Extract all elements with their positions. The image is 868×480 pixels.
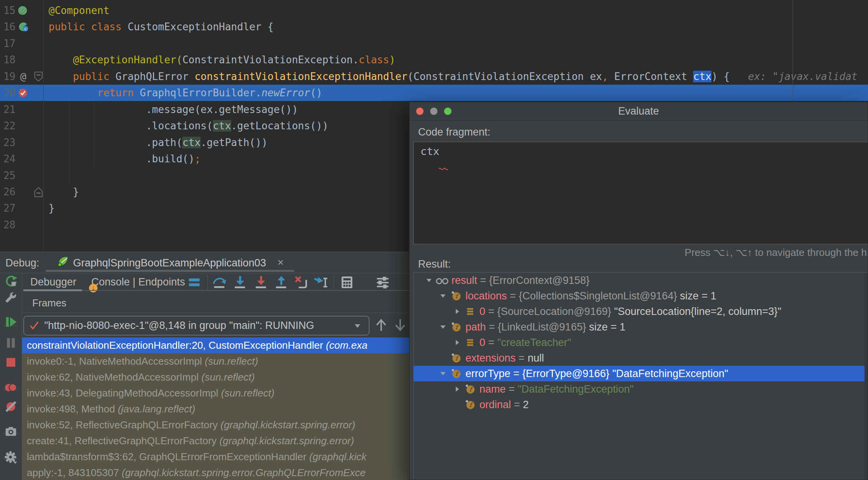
code-text: @Component xyxy=(49,2,110,19)
line-number: 25 xyxy=(0,167,16,184)
debugger-settings-icon[interactable] xyxy=(4,450,18,464)
svg-text:c: c xyxy=(24,26,27,31)
code-text: return GraphqlErrorBuilder.newError() xyxy=(49,85,322,101)
variable-row-path[interactable]: fpath = {LinkedList@9165} size = 1 xyxy=(414,319,865,335)
line-number: 24 xyxy=(0,151,16,167)
error-squiggle xyxy=(439,161,448,163)
code-line-17: 17 xyxy=(0,35,868,52)
chevron-right-icon[interactable] xyxy=(453,308,461,315)
variable-row-locations[interactable]: flocations = {Collections$SingletonList@… xyxy=(414,288,865,304)
step-over-icon[interactable] xyxy=(212,275,227,290)
trace-settings-icon[interactable] xyxy=(375,275,390,290)
chevron-down-icon[interactable] xyxy=(425,277,433,284)
field-icon: f xyxy=(465,399,476,410)
run-to-cursor-icon[interactable] xyxy=(313,275,329,290)
code-line-15: 15@Component xyxy=(0,2,868,19)
stack-frame-row[interactable]: invoke0:-1, NativeMethodAccessorImpl (su… xyxy=(22,353,409,369)
code-text: .locations(ctx.getLocations()) xyxy=(49,118,328,134)
line-number: 23 xyxy=(0,134,16,151)
code-text: @ExceptionHandler(ConstraintViolationExc… xyxy=(49,52,395,68)
variable-row-0[interactable]: 0 = {SourceLocation@9169} "SourceLocatio… xyxy=(414,304,865,319)
resume-program-icon[interactable] xyxy=(4,315,18,329)
thread-selector-value: "http-nio-8080-exec-1"@8,148 in group "m… xyxy=(44,320,314,332)
stack-frame-row[interactable]: invoke:498, Method (java.lang.reflect) xyxy=(22,401,409,417)
code-text: } xyxy=(49,184,79,200)
thread-running-check-icon xyxy=(29,320,40,331)
line-number: 20 xyxy=(0,85,16,101)
selected-tab-underline xyxy=(23,289,82,291)
spring-bean-gutter-icon[interactable] xyxy=(17,5,29,16)
spring-boot-run-icon xyxy=(57,255,69,268)
thread-selector[interactable]: "http-nio-8080-exec-1"@8,148 in group "m… xyxy=(23,316,370,336)
stack-frames-list: constraintViolationExceptionHandler:20, … xyxy=(22,337,409,480)
frames-panel-label: Frames xyxy=(32,297,66,309)
evaluate-expression-icon[interactable] xyxy=(339,275,355,290)
stack-frame-row[interactable]: invoke:62, NativeMethodAccessorImpl (sun… xyxy=(22,369,409,385)
debug-tool-window: Debug: GraphqlSpringBootExampleApplicati… xyxy=(0,252,409,480)
ide-window: 15@Component16cpublic class CustomExcept… xyxy=(0,0,868,480)
dialog-title-bar[interactable]: Evaluate xyxy=(410,102,868,121)
line-number: 27 xyxy=(0,200,16,216)
debug-left-toolbar xyxy=(0,273,22,480)
tab-debugger[interactable]: Debugger xyxy=(30,276,77,288)
code-text: public class CustomExceptionHandler { xyxy=(49,19,274,35)
indent-guide xyxy=(94,101,94,167)
session-tab-underline xyxy=(46,270,294,272)
stack-frame-row[interactable]: invoke:43, DelegatingMethodAccessorImpl … xyxy=(22,385,409,401)
chevron-down-icon[interactable] xyxy=(439,370,447,377)
code-line-20: 20 return GraphqlErrorBuilder.newError() xyxy=(0,85,868,101)
variable-row-ordinal[interactable]: fordinal = 2 xyxy=(414,397,865,412)
variable-row-0[interactable]: 0 = "createTeacher" xyxy=(414,335,865,350)
line-number: 15 xyxy=(0,2,16,19)
show-execution-point-icon[interactable] xyxy=(186,275,202,290)
line-number: 16 xyxy=(0,19,16,35)
variable-row-errorType[interactable]: ferrorType = {ErrorType@9166} "DataFetch… xyxy=(414,366,865,381)
close-icon[interactable]: × xyxy=(277,256,284,269)
divider xyxy=(22,313,409,313)
field-icon: f xyxy=(451,290,462,301)
scrollbar-track[interactable] xyxy=(864,273,868,480)
result-tree[interactable]: result = {ErrorContext@9158}flocations =… xyxy=(413,272,868,480)
variable-row-name[interactable]: fname = "DataFetchingException" xyxy=(414,381,865,397)
rerun-icon[interactable] xyxy=(4,274,18,288)
evaluate-dialog: Evaluate Code fragment: ctx Press ⌥↓, ⌥↑… xyxy=(409,102,868,480)
code-text: .build(); xyxy=(49,151,200,167)
variable-row-extensions[interactable]: fextensions = null xyxy=(414,350,865,366)
step-into-icon[interactable] xyxy=(232,275,248,290)
stack-frame-row[interactable]: invoke:52, ReflectiveGraphQLErrorFactory… xyxy=(22,417,409,433)
pause-program-icon[interactable] xyxy=(4,336,18,350)
chevron-down-icon[interactable] xyxy=(439,323,447,331)
code-fragment-editor[interactable]: ctx xyxy=(413,142,868,244)
chevron-down-icon[interactable] xyxy=(439,292,447,300)
view-breakpoints-icon[interactable] xyxy=(4,381,18,395)
stack-frame-row[interactable]: create:41, ReflectiveGraphQLErrorFactory… xyxy=(22,433,409,449)
next-frame-arrow-down-icon[interactable] xyxy=(392,317,408,333)
stack-frame-row[interactable]: apply:-1, 843105307 (graphql.kickstart.s… xyxy=(22,465,409,480)
debug-session-tab[interactable]: GraphqlSpringBootExampleApplication03 xyxy=(73,257,266,269)
previous-frame-arrow-up-icon[interactable] xyxy=(373,317,389,333)
step-out-icon[interactable] xyxy=(274,275,289,290)
fold-end-marker-icon[interactable] xyxy=(34,187,43,197)
stop-icon[interactable] xyxy=(4,355,18,369)
stack-frame-row[interactable]: lambda$transform$3:62, GraphQLErrorFromE… xyxy=(22,449,409,465)
annotated-marker-icon: @ xyxy=(20,68,26,85)
spring-class-gutter-icon[interactable]: c xyxy=(17,21,29,33)
variable-row-result[interactable]: result = {ErrorContext@9158} xyxy=(414,273,865,288)
modify-run-configuration-icon[interactable] xyxy=(4,291,18,305)
chevron-right-icon[interactable] xyxy=(453,339,461,346)
breakpoint-icon[interactable] xyxy=(17,87,29,99)
tab-console-endpoints[interactable]: Console | Endpoints xyxy=(91,276,185,288)
line-number: 17 xyxy=(0,35,16,52)
chevron-right-icon[interactable] xyxy=(453,385,461,393)
stack-frame-row[interactable]: constraintViolationExceptionHandler:20, … xyxy=(22,337,409,353)
force-step-into-icon[interactable] xyxy=(253,275,269,290)
result-label: Result: xyxy=(418,258,451,270)
thread-dump-icon[interactable] xyxy=(4,425,18,439)
code-text: } xyxy=(49,200,55,216)
element-icon xyxy=(465,337,476,348)
field-icon: f xyxy=(451,353,462,363)
fold-start-marker-icon[interactable] xyxy=(34,71,43,82)
drop-frame-icon[interactable] xyxy=(293,275,309,290)
mute-breakpoints-icon[interactable] xyxy=(4,400,18,414)
chevron-down-icon[interactable] xyxy=(353,322,362,330)
